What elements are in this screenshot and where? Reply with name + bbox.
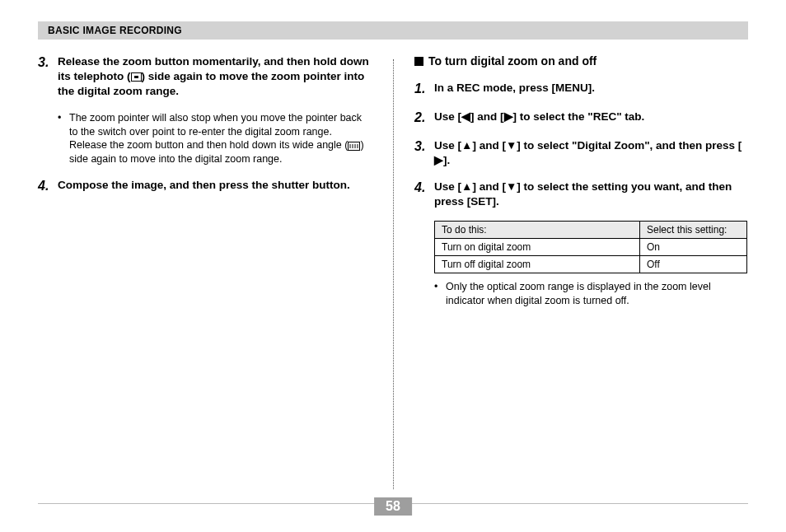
page: BASIC IMAGE RECORDING 3. Release the zoo… bbox=[0, 0, 786, 532]
right-arrow-icon: ▶ bbox=[434, 153, 443, 168]
telephoto-icon bbox=[131, 72, 142, 82]
up-arrow-icon: ▲ bbox=[461, 138, 472, 153]
bullet-text: The zoom pointer will also stop when you… bbox=[69, 111, 372, 167]
table-header: To do this: bbox=[435, 222, 640, 239]
column-divider bbox=[393, 59, 394, 489]
step-body: Release the zoom button momentarily, and… bbox=[58, 54, 372, 100]
step-body: In a REC mode, press [MENU]. bbox=[434, 81, 595, 98]
square-bullet-icon bbox=[414, 57, 423, 66]
step-3: 3. Release the zoom button momentarily, … bbox=[38, 54, 372, 100]
step-number: 1. bbox=[414, 81, 434, 98]
step-number: 4. bbox=[38, 178, 58, 195]
table-cell: On bbox=[640, 239, 747, 256]
step-body: Use [▲] and [▼] to select "Digital Zoom"… bbox=[434, 138, 748, 168]
bullet-dot: • bbox=[434, 280, 446, 308]
t: Use [ bbox=[434, 139, 461, 152]
table-header: Select this setting: bbox=[640, 222, 747, 239]
bullet-dot: • bbox=[58, 111, 69, 167]
t: Use [ bbox=[434, 180, 461, 193]
wide-angle-icon bbox=[348, 142, 360, 151]
t: Use [ bbox=[434, 110, 461, 123]
subsection-title-text: To turn digital zoom on and off bbox=[428, 54, 597, 68]
up-arrow-icon: ▲ bbox=[461, 180, 472, 194]
t: ] and [ bbox=[472, 139, 506, 152]
t: ] to select "Digital Zoom", and then pre… bbox=[517, 139, 742, 152]
step-body: Compose the image, and then press the sh… bbox=[58, 178, 350, 195]
right-arrow-icon: ▶ bbox=[504, 110, 513, 124]
svg-rect-1 bbox=[134, 76, 138, 78]
t: ] to select the "REC" tab. bbox=[513, 110, 645, 123]
bullet-text: Only the optical zoom range is displayed… bbox=[446, 280, 748, 308]
step-body: Use [▲] and [▼] to select the setting yo… bbox=[434, 180, 748, 209]
step-number: 4. bbox=[414, 180, 434, 209]
table-row: Turn on digital zoom On bbox=[435, 239, 747, 256]
step-body: Use [◀] and [▶] to select the "REC" tab. bbox=[434, 110, 644, 127]
r-step-2: 2. Use [◀] and [▶] to select the "REC" t… bbox=[414, 110, 748, 127]
step-number: 3. bbox=[414, 138, 434, 168]
left-column: 3. Release the zoom button momentarily, … bbox=[38, 54, 393, 320]
sub-bullet: • Only the optical zoom range is display… bbox=[434, 280, 748, 308]
t: ] and [ bbox=[470, 110, 504, 123]
left-arrow-icon: ◀ bbox=[461, 110, 470, 124]
table-row: Turn off digital zoom Off bbox=[435, 256, 747, 273]
subsection-title: To turn digital zoom on and off bbox=[414, 54, 748, 68]
table-cell: Turn on digital zoom bbox=[435, 239, 640, 256]
page-number: 58 bbox=[374, 497, 412, 516]
settings-table: To do this: Select this setting: Turn on… bbox=[434, 221, 747, 273]
step-4: 4. Compose the image, and then press the… bbox=[38, 178, 372, 195]
down-arrow-icon: ▼ bbox=[506, 138, 517, 153]
step-number: 2. bbox=[414, 110, 434, 127]
t: ]. bbox=[443, 154, 450, 166]
table-header-row: To do this: Select this setting: bbox=[435, 222, 747, 239]
r-step-3: 3. Use [▲] and [▼] to select "Digital Zo… bbox=[414, 138, 748, 168]
r-step-1: 1. In a REC mode, press [MENU]. bbox=[414, 81, 748, 98]
section-header-text: BASIC IMAGE RECORDING bbox=[48, 25, 182, 36]
section-header: BASIC IMAGE RECORDING bbox=[38, 21, 748, 40]
step-number: 3. bbox=[38, 54, 58, 100]
table-cell: Turn off digital zoom bbox=[435, 256, 640, 273]
down-arrow-icon: ▼ bbox=[506, 180, 517, 194]
t: ] and [ bbox=[472, 180, 506, 193]
r-step-4: 4. Use [▲] and [▼] to select the setting… bbox=[414, 180, 748, 209]
right-column: To turn digital zoom on and off 1. In a … bbox=[393, 54, 748, 320]
table-cell: Off bbox=[640, 256, 747, 273]
text: The zoom pointer will also stop when you… bbox=[69, 112, 362, 152]
sub-bullet: • The zoom pointer will also stop when y… bbox=[58, 111, 372, 167]
